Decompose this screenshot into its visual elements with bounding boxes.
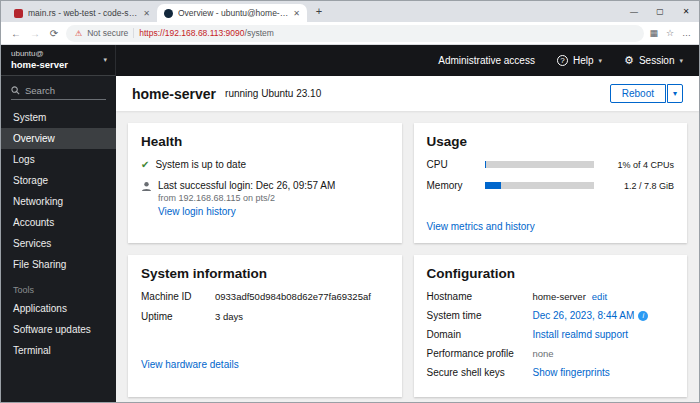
cpu-usage-row: CPU 1% of 4 CPUs (427, 159, 675, 170)
view-login-history-link[interactable]: View login history (158, 206, 236, 217)
usage-card: Usage CPU 1% of 4 CPUs Memory (414, 123, 688, 243)
help-icon: ? (557, 55, 568, 66)
host-user: ubuntu@ (11, 49, 68, 59)
refresh-button[interactable]: ⟳ (47, 28, 61, 39)
forward-button[interactable]: → (28, 28, 42, 39)
sidebar-item-networking[interactable]: Networking (1, 191, 116, 212)
browser-tab-strip: main.rs - web-test - code-server ✕ Overv… (1, 1, 699, 22)
update-status-row: ✔ System is up to date (141, 159, 389, 171)
sidebar-item-accounts[interactable]: Accounts (1, 212, 116, 233)
machine-id-value: 0933adf50d984b08d62e77fa69325af (215, 291, 389, 302)
sidebar-item-storage[interactable]: Storage (1, 170, 116, 191)
sidebar-item-logs[interactable]: Logs (1, 149, 116, 170)
last-login-detail: from 192.168.68.115 on pts/2 (158, 193, 335, 203)
back-button[interactable]: ← (9, 28, 23, 39)
domain-label: Domain (427, 329, 527, 340)
os-label: running Ubuntu 23.10 (225, 88, 321, 99)
address-bar[interactable]: ⚠ Not secure https://192.168.68.113:9090… (66, 25, 644, 42)
favorites-star-icon[interactable]: ☆ (666, 28, 674, 38)
secure-shell-keys-row: Secure shell keys Show fingerprints (427, 367, 675, 378)
last-login-row: Last successful login: Dec 26, 09:57 AM … (141, 180, 389, 217)
show-fingerprints-link[interactable]: Show fingerprints (533, 367, 610, 378)
sidebar: System Overview Logs Storage Networking … (1, 76, 116, 402)
hostname-row: Hostname home-serveredit (427, 291, 675, 302)
sidebar-section-tools: Tools (1, 275, 116, 298)
gear-icon: ⚙ (624, 54, 634, 67)
domain-value-wrap: Install realmd support (533, 329, 675, 340)
sidebar-search[interactable] (11, 85, 106, 100)
cockpit-masthead: ubuntu@ home-server ▾ Administrative acc… (1, 45, 699, 76)
tab-close-icon[interactable]: ✕ (293, 9, 300, 18)
tab-close-icon[interactable]: ✕ (143, 9, 150, 18)
system-time-link[interactable]: Dec 26, 2023, 8:44 AM (533, 310, 635, 321)
chevron-down-icon: ▾ (679, 57, 683, 65)
info-icon[interactable]: i (638, 311, 648, 321)
not-secure-warning-icon[interactable]: ⚠ (75, 29, 82, 38)
health-card: Health ✔ System is up to date Last succe… (128, 123, 402, 243)
health-card-title: Health (141, 134, 389, 149)
tab-overview[interactable]: Overview - ubuntu@home-server ✕ (157, 4, 307, 22)
minimize-button[interactable]: — (621, 1, 647, 22)
cockpit-app: ubuntu@ home-server ▾ Administrative acc… (1, 45, 699, 402)
url-text: https://192.168.68.113:9090/system (139, 28, 274, 38)
hostname-value: home-server (533, 291, 586, 302)
machine-id-label: Machine ID (141, 291, 209, 302)
url-path: /system (245, 28, 274, 38)
overview-cards: Health ✔ System is up to date Last succe… (116, 111, 699, 402)
sidebar-item-file-sharing[interactable]: File Sharing (1, 254, 116, 275)
tab-title: main.rs - web-test - code-server (28, 8, 138, 18)
url-host: https://192.168.68.113:9090 (139, 28, 244, 38)
reboot-dropdown-toggle[interactable]: ▾ (667, 84, 683, 103)
view-metrics-link[interactable]: View metrics and history (427, 221, 535, 232)
ssh-value-wrap: Show fingerprints (533, 367, 675, 378)
hostname-edit-link[interactable]: edit (592, 291, 607, 302)
sidebar-item-overview[interactable]: Overview (1, 128, 116, 149)
domain-row: Domain Install realmd support (427, 329, 675, 340)
sidebar-item-terminal[interactable]: Terminal (1, 340, 116, 361)
reboot-split-button: Reboot ▾ (610, 84, 683, 103)
session-menu[interactable]: ⚙ Session ▾ (624, 54, 683, 67)
sidebar-item-software-updates[interactable]: Software updates (1, 319, 116, 340)
chevron-down-icon: ▾ (599, 57, 603, 65)
code-server-favicon-icon (14, 9, 23, 18)
close-button[interactable]: ✕ (673, 1, 699, 22)
system-time-label: System time (427, 310, 527, 321)
address-bar-actions: ▦ ☆ … (649, 28, 691, 38)
help-menu[interactable]: ? Help ▾ (557, 55, 602, 66)
search-input[interactable] (25, 85, 100, 96)
maximize-button[interactable]: ▢ (647, 1, 673, 22)
host-switcher-labels: ubuntu@ home-server (11, 49, 68, 72)
memory-value: 1.2 / 7.8 GiB (602, 181, 674, 191)
system-time-row: System time Dec 26, 2023, 8:44 AMi (427, 310, 675, 321)
cpu-label: CPU (427, 159, 477, 170)
system-time-value-wrap: Dec 26, 2023, 8:44 AMi (533, 310, 675, 321)
tab-code-server[interactable]: main.rs - web-test - code-server ✕ (7, 4, 157, 22)
sidebar-item-applications[interactable]: Applications (1, 298, 116, 319)
cockpit-favicon-icon (164, 9, 173, 18)
memory-usage-row: Memory 1.2 / 7.8 GiB (427, 180, 675, 191)
memory-progress-bar (485, 182, 595, 189)
reboot-button[interactable]: Reboot (610, 84, 666, 103)
uptime-row: Uptime 3 days (141, 311, 389, 322)
update-status-text: System is up to date (155, 159, 246, 170)
system-information-card: System information Machine ID 0933adf50d… (128, 255, 402, 397)
browser-menu-icon[interactable]: … (682, 28, 691, 38)
browser-address-row: ← → ⟳ ⚠ Not secure https://192.168.68.11… (1, 22, 699, 45)
sidebar-item-services[interactable]: Services (1, 233, 116, 254)
sidebar-item-system[interactable]: System (1, 107, 116, 128)
address-divider (133, 28, 134, 38)
page-header: home-server running Ubuntu 23.10 Reboot … (116, 76, 699, 111)
split-screen-icon[interactable]: ▦ (649, 28, 658, 38)
cpu-progress-bar (485, 161, 595, 168)
hostname-label: Hostname (427, 291, 527, 302)
machine-id-row: Machine ID 0933adf50d984b08d62e77fa69325… (141, 291, 389, 302)
performance-profile-value: none (533, 348, 675, 359)
last-login-text: Last successful login: Dec 26, 09:57 AM (158, 180, 335, 191)
install-realmd-link[interactable]: Install realmd support (533, 329, 629, 340)
memory-progress-fill (485, 182, 501, 189)
new-tab-button[interactable]: + (311, 4, 327, 20)
host-switcher[interactable]: ubuntu@ home-server ▾ (1, 45, 116, 76)
administrative-access-button[interactable]: Administrative access (438, 55, 535, 66)
view-hardware-details-link[interactable]: View hardware details (141, 359, 239, 370)
usage-card-title: Usage (427, 134, 675, 149)
